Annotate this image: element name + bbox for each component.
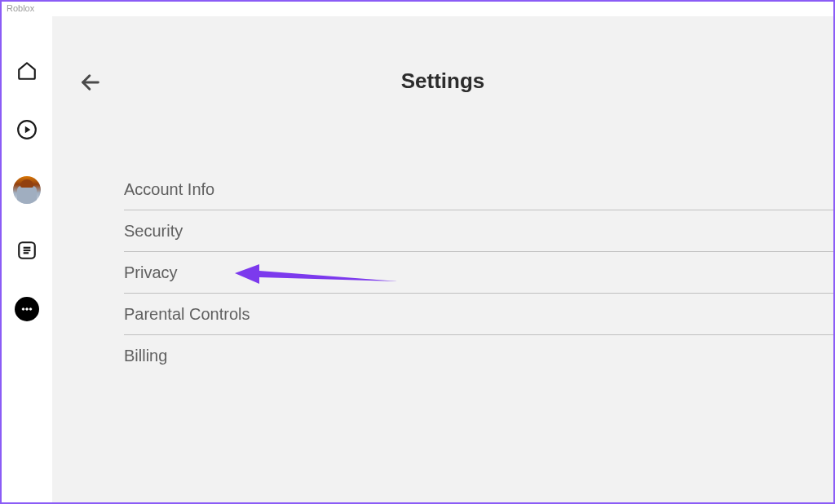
avatar[interactable] [13, 176, 41, 204]
sidebar [2, 16, 52, 502]
play-icon [16, 119, 38, 140]
sidebar-home[interactable] [15, 59, 39, 83]
page-title: Settings [52, 69, 833, 94]
settings-item-label: Billing [124, 347, 167, 365]
home-icon [16, 60, 38, 82]
settings-item-label: Parental Controls [124, 305, 250, 323]
window-title: Roblox [7, 3, 34, 13]
svg-point-6 [26, 308, 29, 311]
settings-item-account-info[interactable]: Account Info [124, 169, 833, 210]
settings-item-billing[interactable]: Billing [124, 335, 833, 376]
arrow-left-icon [79, 71, 102, 94]
main-content: Settings Account Info Security Privacy P… [52, 16, 833, 502]
svg-point-5 [22, 308, 24, 311]
settings-item-label: Security [124, 222, 183, 240]
settings-item-label: Account Info [124, 180, 214, 198]
back-button[interactable] [77, 69, 104, 96]
settings-item-security[interactable]: Security [124, 210, 833, 252]
sidebar-more[interactable] [15, 297, 39, 321]
settings-item-label: Privacy [124, 263, 178, 281]
settings-item-parental-controls[interactable]: Parental Controls [124, 294, 833, 335]
app-container: Settings Account Info Security Privacy P… [2, 16, 833, 502]
message-icon [16, 240, 38, 261]
more-icon [20, 302, 34, 316]
sidebar-play[interactable] [15, 117, 39, 142]
svg-point-7 [29, 308, 32, 311]
settings-list: Account Info Security Privacy Parental C… [52, 169, 833, 376]
avatar-image [17, 186, 37, 204]
settings-item-privacy[interactable]: Privacy [124, 252, 833, 294]
sidebar-messages[interactable] [15, 238, 39, 263]
window-title-bar: Roblox [2, 2, 833, 16]
